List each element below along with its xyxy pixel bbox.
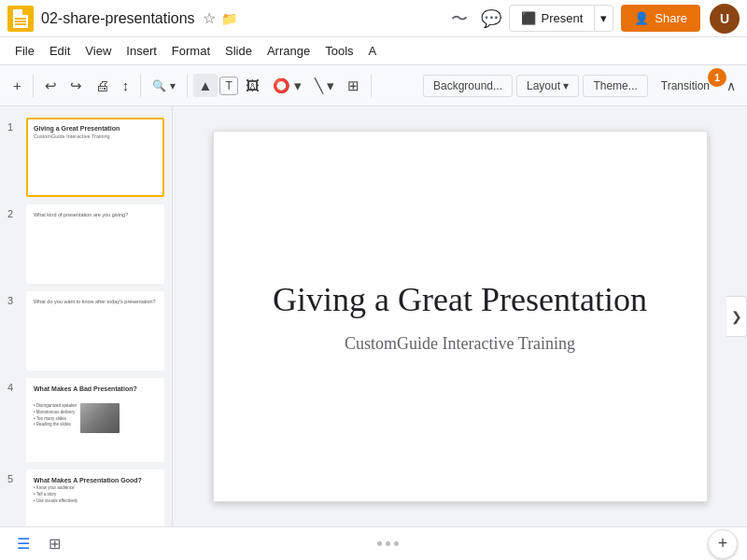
slide-item-5[interactable]: 5 What Makes A Presentation Good? • Know… xyxy=(0,466,172,526)
layout-button[interactable]: Layout ▾ xyxy=(516,75,579,97)
bottom-right: + xyxy=(708,529,738,559)
present-dropdown-button[interactable]: ▾ xyxy=(595,5,613,32)
slide-item-2[interactable]: 2 What kind of presentation are you givi… xyxy=(0,201,172,287)
slides-panel: 1 Giving a Great Presentation CustomGuid… xyxy=(0,106,173,526)
transition-wrapper: Transition 1 xyxy=(652,76,719,96)
folder-icon[interactable]: 📁 xyxy=(221,11,237,26)
slide5-bullets: • Know your audience • Tell a story • Us… xyxy=(34,485,157,504)
menu-arrange[interactable]: Arrange xyxy=(260,40,317,62)
slide-thumb-2[interactable]: What kind of presentation are you giving… xyxy=(26,204,164,284)
menu-edit[interactable]: Edit xyxy=(42,40,78,62)
expand-panel-button[interactable]: ❯ xyxy=(726,296,747,337)
list-view-button[interactable]: ☰ xyxy=(9,531,37,556)
slide-number-1: 1 xyxy=(7,118,21,133)
slide4-bullets: • Disorganized speaker • Monotonous deli… xyxy=(34,403,77,433)
undo-button[interactable]: ↩ xyxy=(39,74,63,98)
slide4-content: • Disorganized speaker • Monotonous deli… xyxy=(34,394,157,433)
text-tool-button[interactable]: T xyxy=(219,77,237,95)
slide2-body: What kind of presentation are you giving… xyxy=(34,212,157,219)
theme-button[interactable]: Theme... xyxy=(583,75,647,97)
dot-3 xyxy=(394,541,399,546)
star-icon[interactable]: ☆ xyxy=(203,9,216,27)
slide4-title: What Makes A Bad Presentation? xyxy=(34,385,157,392)
activity-icon[interactable]: 〜 xyxy=(451,7,468,30)
slide5-title: What Makes A Presentation Good? xyxy=(34,477,157,483)
paint-format-button[interactable]: ↕ xyxy=(117,74,135,97)
menu-insert[interactable]: Insert xyxy=(119,40,164,62)
toolbar: + ↩ ↪ 🖨 ↕ 🔍 ▾ ▲ T 🖼 ⭕ ▾ ╲ ▾ ⊞ Background… xyxy=(0,65,747,106)
share-icon: 👤 xyxy=(634,11,649,25)
transition-badge: 1 xyxy=(708,68,726,87)
slide-number-5: 5 xyxy=(7,469,21,484)
app-icon xyxy=(7,6,34,32)
slide4-image xyxy=(80,403,120,433)
slide1-sub: CustomGuide Interactive Training xyxy=(34,133,157,139)
title-bar: 02-share-presentations ☆ 📁 〜 💬 ⬛ Present… xyxy=(0,0,747,37)
main-area: 1 Giving a Great Presentation CustomGuid… xyxy=(0,106,747,526)
slide3-body: What do you want to know after today's p… xyxy=(34,299,157,306)
slide-number-3: 3 xyxy=(7,291,21,306)
image-tool-button[interactable]: 🖼 xyxy=(240,74,265,97)
main-slide-title: Giving a Great Presentation xyxy=(235,280,684,319)
menu-slide[interactable]: Slide xyxy=(218,40,260,62)
add-slide-button[interactable]: + xyxy=(7,74,27,97)
fab-button[interactable]: + xyxy=(708,529,738,559)
menu-file[interactable]: File xyxy=(7,40,42,62)
title-icons: ☆ 📁 xyxy=(203,9,237,27)
menu-view[interactable]: View xyxy=(78,40,119,62)
main-slide-subtitle: CustomGuide Interactive Training xyxy=(345,334,575,354)
slide-thumb-4[interactable]: What Makes A Bad Presentation? • Disorga… xyxy=(26,378,164,462)
canvas-area[interactable]: Giving a Great Presentation CustomGuide … xyxy=(173,106,747,526)
dot-2 xyxy=(386,541,390,546)
slide-item-4[interactable]: 4 What Makes A Bad Presentation? • Disor… xyxy=(0,374,172,466)
menu-format[interactable]: Format xyxy=(164,40,218,62)
menu-more[interactable]: A xyxy=(361,40,385,62)
present-screen-icon: ⬛ xyxy=(521,11,536,25)
print-button[interactable]: 🖨 xyxy=(90,74,115,97)
slide-canvas[interactable]: Giving a Great Presentation CustomGuide … xyxy=(213,131,708,502)
zoom-button[interactable]: 🔍 ▾ xyxy=(147,76,180,96)
toolbar-right: Background... Layout ▾ Theme... Transiti… xyxy=(423,75,740,97)
line-tool-button[interactable]: ╲ ▾ xyxy=(309,74,340,98)
share-button[interactable]: 👤 Share xyxy=(621,5,700,32)
slide-number-4: 4 xyxy=(7,378,21,393)
present-button[interactable]: ⬛ Present xyxy=(509,5,595,32)
menu-bar: File Edit View Insert Format Slide Arran… xyxy=(0,37,747,65)
comment-button[interactable]: 💬 xyxy=(473,5,509,33)
bottom-dots xyxy=(377,541,399,546)
file-title: 02-share-presentations xyxy=(41,10,195,27)
slide-thumb-3[interactable]: What do you want to know after today's p… xyxy=(26,291,164,371)
shape-tool-button[interactable]: ⭕ ▾ xyxy=(267,74,307,98)
slide-thumb-1[interactable]: Giving a Great Presentation CustomGuide … xyxy=(26,118,164,197)
more-tool-button[interactable]: ⊞ xyxy=(342,74,365,98)
grid-view-button[interactable]: ⊞ xyxy=(41,531,68,556)
slide-number-2: 2 xyxy=(7,204,21,219)
menu-tools[interactable]: Tools xyxy=(317,40,360,62)
slide-thumb-5[interactable]: What Makes A Presentation Good? • Know y… xyxy=(26,469,164,526)
slide-item-1[interactable]: 1 Giving a Great Presentation CustomGuid… xyxy=(0,114,172,201)
background-button[interactable]: Background... xyxy=(423,75,513,97)
view-buttons: ☰ ⊞ xyxy=(9,531,68,556)
slide-item-3[interactable]: 3 What do you want to know after today's… xyxy=(0,287,172,374)
dot-1 xyxy=(377,541,382,546)
bottom-bar: ☰ ⊞ + xyxy=(0,526,747,560)
redo-button[interactable]: ↪ xyxy=(64,74,88,98)
select-tool-button[interactable]: ▲ xyxy=(193,74,218,97)
slide1-title: Giving a Great Presentation xyxy=(34,125,157,132)
avatar[interactable]: U xyxy=(710,4,740,34)
